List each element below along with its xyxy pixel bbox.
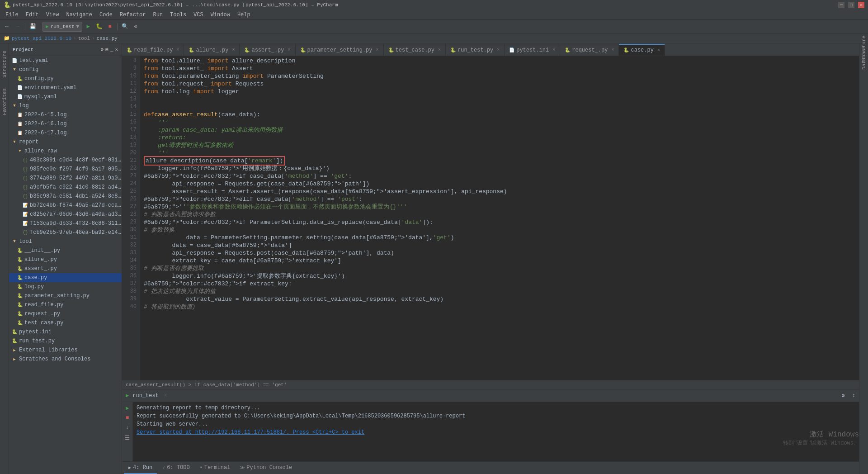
tree-item[interactable]: ▶Scratches and Consoles: [9, 355, 122, 364]
menu-item-run[interactable]: Run: [149, 10, 166, 19]
tree-item[interactable]: ▼log: [9, 101, 122, 110]
run-settings-icon[interactable]: ⚙: [842, 392, 845, 399]
side-tool-database[interactable]: Database: [860, 54, 868, 62]
tree-item[interactable]: {}3774a089-52f2-4497-a811-9a08ade3301e-c…: [9, 174, 122, 183]
project-close[interactable]: ✕: [115, 47, 118, 52]
tree-item[interactable]: {}fcb9e2b5-97eb-48ea-ba92-e144a2b4c5fc-r…: [9, 228, 122, 237]
tree-item[interactable]: 📋2022-6-15.log: [9, 110, 122, 119]
bottom-tab-python-console[interactable]: ≫Python Console: [236, 462, 297, 474]
tab-close-button[interactable]: ×: [288, 47, 290, 52]
run-collapse-icon[interactable]: ↕: [852, 393, 855, 399]
tree-item[interactable]: 🐍case.py: [9, 273, 122, 282]
editor-tab-allure_-py[interactable]: 🐍allure_.py×: [184, 44, 240, 56]
run-filter[interactable]: ☰: [123, 434, 132, 442]
tree-item[interactable]: 🐍test_case.py: [9, 318, 122, 327]
tree-item[interactable]: {}403c3091-c0d4-4c8f-9ecf-031479d1b550-c…: [9, 156, 122, 165]
stop-button[interactable]: ■: [105, 22, 115, 32]
tree-item[interactable]: 📄mysql.yaml: [9, 92, 122, 101]
menu-item-window[interactable]: Window: [207, 10, 234, 19]
menu-item-code[interactable]: Code: [96, 10, 116, 19]
tab-close-button[interactable]: ×: [497, 47, 500, 52]
editor-tab-assert_-py[interactable]: 🐍assert_.py×: [240, 44, 295, 56]
tree-item[interactable]: 🐍pytest.ini: [9, 327, 122, 337]
tab-close-button[interactable]: ×: [376, 47, 379, 52]
tab-close-button[interactable]: ×: [611, 47, 614, 52]
favorites-label[interactable]: Favorites: [1, 85, 8, 118]
run-panel-line[interactable]: Server started at http://192.168.11.177:…: [137, 428, 855, 436]
settings-button[interactable]: ⚙: [131, 22, 141, 32]
back-button[interactable]: ←: [2, 22, 12, 32]
menu-item-file[interactable]: File: [2, 10, 22, 19]
tree-item[interactable]: 🐍__init__.py: [9, 246, 122, 255]
run-stop[interactable]: ■: [123, 414, 132, 422]
breadcrumb-file[interactable]: case.py: [97, 36, 118, 41]
minimize-button[interactable]: ─: [838, 2, 844, 8]
tree-item[interactable]: ▶External Libraries: [9, 346, 122, 355]
tree-item[interactable]: {}b35c987a-e581-4db1-a524-8e83367a1165-r…: [9, 192, 122, 201]
menu-item-edit[interactable]: Edit: [22, 10, 42, 19]
editor-tab-pytest-ini[interactable]: 📄pytest.ini×: [505, 44, 560, 56]
tab-close-button[interactable]: ×: [176, 47, 179, 52]
code-line: allure_description(case_data['remark']): [144, 157, 855, 165]
editor-tab-parameter_setting-py[interactable]: 🐍parameter_setting.py×: [296, 44, 384, 56]
run-server-link[interactable]: http://192.168.11.177:51881/: [195, 429, 287, 436]
debug-button[interactable]: 🐛: [94, 22, 104, 32]
tree-item[interactable]: 🐍log.py: [9, 282, 122, 291]
tab-close-button[interactable]: ×: [438, 47, 441, 52]
code-area[interactable]: from tool.allure_ import allure_descript…: [140, 56, 859, 380]
tree-item[interactable]: {}a9cfb5fa-c922-41c0-8812-ad402d5b00a0-r…: [9, 183, 122, 192]
project-collapse[interactable]: _: [110, 47, 113, 52]
tab-close-button[interactable]: ×: [552, 47, 555, 52]
tree-item[interactable]: 📄environment.yaml: [9, 83, 122, 92]
run-config-selector[interactable]: ▶ run_test ▼: [42, 22, 82, 32]
tree-item[interactable]: ▼tool: [9, 237, 122, 246]
menu-item-help[interactable]: Help: [234, 10, 254, 19]
editor-tab-case-py[interactable]: 🐍case.py×: [619, 44, 665, 56]
run-rerun[interactable]: ▶: [123, 404, 132, 412]
breadcrumb-project[interactable]: pytest_api_2022.6.10: [12, 36, 71, 41]
tree-item[interactable]: ▼config: [9, 65, 122, 74]
tree-item[interactable]: ▼allure_raw: [9, 147, 122, 156]
tree-item[interactable]: 🐍assert_.py: [9, 264, 122, 273]
project-expand[interactable]: ⊞: [105, 47, 108, 52]
tree-item[interactable]: 🐍read_file.py: [9, 300, 122, 309]
tree-item[interactable]: ▼report: [9, 137, 122, 147]
save-button[interactable]: 💾: [28, 22, 38, 32]
editor-tab-run_test-py[interactable]: 🐍run_test.py×: [446, 44, 505, 56]
tree-item[interactable]: 🐍request_.py: [9, 309, 122, 318]
bottom-tab-terminal[interactable]: ▪Terminal: [195, 462, 235, 474]
maximize-button[interactable]: □: [848, 2, 854, 8]
editor-tab-test_case-py[interactable]: 🐍test_case.py×: [384, 44, 446, 56]
menu-item-refactor[interactable]: Refactor: [116, 10, 150, 19]
tree-item[interactable]: 📋2022-6-17.log: [9, 128, 122, 137]
tab-close-button[interactable]: ×: [657, 48, 660, 53]
run-scroll[interactable]: ↓: [123, 424, 132, 432]
search-button[interactable]: 🔍: [120, 22, 130, 32]
forward-button[interactable]: →: [13, 22, 23, 32]
tree-item[interactable]: 📝c825e7a7-06d6-43d6-a40a-ad3f33a26f65-at…: [9, 210, 122, 219]
breadcrumb-tool[interactable]: tool: [78, 36, 90, 41]
tree-item[interactable]: 📝bb72c4bb-f874-49a5-a27d-ccaf33cd9e3d-at…: [9, 201, 122, 210]
menu-item-navigate[interactable]: Navigate: [62, 10, 96, 19]
menu-item-tools[interactable]: Tools: [166, 10, 190, 19]
run-button[interactable]: ▶: [83, 22, 93, 32]
tree-item[interactable]: 🐍allure_.py: [9, 255, 122, 264]
structure-label[interactable]: Structure: [1, 47, 8, 81]
title-bar-controls[interactable]: ─ □ ✕: [838, 2, 864, 8]
tree-item[interactable]: 🐍run_test.py: [9, 337, 122, 346]
menu-item-view[interactable]: View: [42, 10, 63, 19]
editor-tab-read_file-py[interactable]: 🐍read_file.py×: [122, 44, 184, 56]
tree-item[interactable]: 📄test.yaml: [9, 56, 122, 65]
editor-tab-request_-py[interactable]: 🐍request_.py×: [560, 44, 619, 56]
tree-item[interactable]: 🐍config.py: [9, 74, 122, 83]
bottom-tab-6--todo[interactable]: ✓6: TODO: [158, 462, 194, 474]
tab-close-button[interactable]: ×: [232, 47, 235, 52]
project-gear[interactable]: ⚙: [101, 47, 104, 52]
menu-item-vcs[interactable]: VCS: [190, 10, 207, 19]
tree-item[interactable]: {}985fee0e-f297-4cf9-8a17-0950ff15cc08-c…: [9, 165, 122, 174]
tree-item[interactable]: 🐍parameter_setting.py: [9, 291, 122, 300]
tree-item[interactable]: 📋2022-6-16.log: [9, 119, 122, 128]
tree-item[interactable]: 📝f153ca9d-db33-4f32-8c88-31109ee7dfbe-at…: [9, 219, 122, 228]
close-button[interactable]: ✕: [858, 2, 864, 8]
bottom-tab-4--run[interactable]: ▶4: Run: [124, 462, 157, 474]
